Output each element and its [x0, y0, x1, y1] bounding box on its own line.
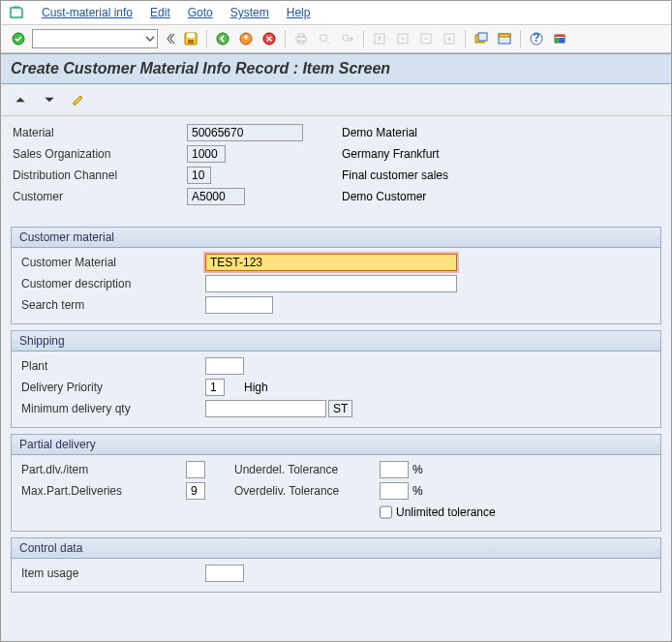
- separator: [206, 30, 207, 47]
- find-icon: [315, 29, 334, 48]
- partdlv-label: Part.dlv./item: [21, 463, 186, 476]
- under-tol-input[interactable]: [380, 461, 409, 478]
- customize-icon[interactable]: [550, 29, 569, 48]
- svg-rect-13: [398, 34, 408, 44]
- customer-desc: Demo Customer: [342, 190, 426, 203]
- svg-rect-24: [555, 38, 560, 43]
- svg-rect-2: [187, 33, 195, 38]
- cancel-icon[interactable]: [260, 29, 279, 48]
- last-page-icon: [440, 29, 459, 48]
- minqty-unit: ST: [328, 400, 352, 417]
- menu-cust-material[interactable]: Cust-material info: [42, 6, 133, 19]
- channel-field[interactable]: [187, 167, 211, 184]
- channel-label: Distribution Channel: [13, 168, 187, 182]
- prev-page-icon: [393, 29, 412, 48]
- partdlv-input[interactable]: [186, 461, 205, 478]
- priority-label: Delivery Priority: [21, 381, 205, 394]
- enter-icon[interactable]: [9, 29, 28, 48]
- group-title-shipping: Shipping: [12, 331, 660, 352]
- sub-toolbar: [1, 84, 671, 116]
- group-title-control: Control data: [12, 538, 660, 559]
- channel-desc: Final customer sales: [342, 168, 448, 182]
- svg-rect-3: [188, 40, 194, 44]
- priority-desc: High: [244, 381, 268, 394]
- svg-rect-19: [499, 34, 510, 37]
- group-customer-material: Customer material Customer Material Cust…: [11, 227, 661, 324]
- material-desc: Demo Material: [342, 126, 417, 139]
- customer-material-input[interactable]: [205, 254, 457, 271]
- maxpart-label: Max.Part.Deliveries: [21, 484, 186, 498]
- item-usage-label: Item usage: [21, 566, 205, 580]
- customer-material-label: Customer Material: [21, 256, 205, 269]
- plant-input[interactable]: [205, 357, 244, 375]
- under-tol-label: Underdel. Tolerance: [234, 463, 380, 476]
- over-tol-input[interactable]: [380, 482, 409, 500]
- svg-text:?: ?: [533, 32, 539, 45]
- first-page-icon: [370, 29, 389, 48]
- customer-desc-label: Customer description: [21, 277, 205, 290]
- layout-icon[interactable]: [495, 29, 514, 48]
- menu-system[interactable]: System: [230, 6, 269, 19]
- group-title-custmat: Customer material: [12, 228, 660, 248]
- group-title-partial: Partial delivery: [12, 435, 660, 455]
- over-tol-unit: %: [412, 484, 423, 498]
- customer-desc-input[interactable]: [205, 275, 457, 292]
- exit-icon[interactable]: [236, 29, 256, 48]
- back-icon[interactable]: [213, 29, 232, 48]
- minqty-input[interactable]: [205, 400, 326, 417]
- toolbar: ?: [1, 25, 671, 53]
- material-field[interactable]: [187, 124, 303, 141]
- header-fields: Material Demo Material Sales Organizatio…: [1, 116, 671, 221]
- group-partial-delivery: Partial delivery Part.dlv./item Max.Part…: [11, 434, 661, 532]
- separator: [363, 30, 364, 47]
- customer-field[interactable]: [187, 188, 245, 205]
- collapse-down-icon[interactable]: [40, 90, 59, 109]
- menu-edit[interactable]: Edit: [150, 6, 170, 19]
- svg-point-11: [343, 35, 349, 41]
- separator: [465, 30, 466, 47]
- minqty-label: Minimum delivery qty: [21, 402, 205, 415]
- sap-window: Cust-material info Edit Goto System Help: [0, 0, 672, 642]
- search-term-input[interactable]: [205, 296, 273, 314]
- svg-point-4: [217, 33, 229, 45]
- salesorg-desc: Germany Frankfurt: [342, 147, 440, 161]
- separator: [285, 30, 286, 47]
- svg-point-10: [321, 35, 327, 42]
- expand-up-icon[interactable]: [11, 90, 30, 109]
- page-title: Create Customer Material Info Record : I…: [1, 54, 671, 84]
- save-icon[interactable]: [181, 29, 200, 48]
- over-tol-label: Overdeliv. Tolerance: [234, 484, 380, 498]
- item-usage-input[interactable]: [205, 565, 244, 582]
- next-page-icon: [416, 29, 436, 48]
- search-term-label: Search term: [21, 298, 205, 312]
- help-icon[interactable]: ?: [527, 29, 546, 48]
- content-area: Create Customer Material Info Record : I…: [1, 53, 671, 641]
- command-field-dropdown[interactable]: [32, 29, 158, 48]
- svg-rect-17: [478, 33, 487, 41]
- group-shipping: Shipping Plant Delivery Priority High Mi…: [11, 330, 661, 428]
- app-menu-icon[interactable]: [9, 5, 24, 20]
- maxpart-input[interactable]: [186, 482, 205, 500]
- under-tol-unit: %: [412, 463, 423, 476]
- salesorg-field[interactable]: [187, 145, 226, 163]
- plant-label: Plant: [21, 359, 205, 373]
- new-session-icon[interactable]: [472, 29, 491, 48]
- unlimited-tol-label: Unlimited tolerance: [396, 505, 496, 519]
- menu-help[interactable]: Help: [287, 6, 311, 19]
- separator: [520, 30, 521, 47]
- customer-label: Customer: [13, 190, 187, 203]
- svg-rect-25: [560, 38, 565, 43]
- print-icon: [291, 29, 311, 48]
- salesorg-label: Sales Organization: [13, 147, 187, 161]
- find-next-icon: [338, 29, 357, 48]
- svg-rect-23: [555, 35, 565, 37]
- unlimited-tol-checkbox[interactable]: [380, 504, 392, 521]
- collapse-icon[interactable]: [162, 29, 177, 48]
- svg-rect-8: [298, 34, 304, 37]
- menu-bar: Cust-material info Edit Goto System Help: [1, 1, 671, 25]
- svg-rect-14: [421, 34, 431, 44]
- edit-icon[interactable]: [69, 90, 88, 109]
- menu-goto[interactable]: Goto: [188, 6, 213, 19]
- priority-input[interactable]: [205, 379, 225, 396]
- group-control-data: Control data Item usage: [11, 537, 661, 593]
